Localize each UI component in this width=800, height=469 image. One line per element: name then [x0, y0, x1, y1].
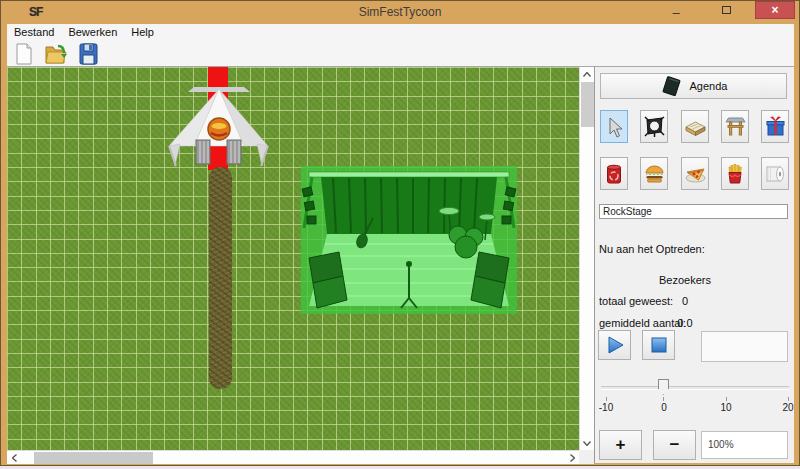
- entrance-gate-tool-button[interactable]: [721, 110, 749, 143]
- horizontal-scroll-thumb[interactable]: [34, 452, 153, 464]
- map-canvas[interactable]: [7, 66, 594, 463]
- scroll-left-button[interactable]: [7, 451, 21, 465]
- menu-toolbar-area: Bestand Bewerken Help: [7, 24, 794, 66]
- horizontal-scrollbar[interactable]: [7, 450, 579, 464]
- burger-tool-button[interactable]: [640, 157, 668, 190]
- festival-terrain-grid[interactable]: [7, 67, 579, 450]
- new-file-icon: [14, 43, 34, 65]
- scroll-down-button[interactable]: [580, 436, 594, 450]
- stage-tool-button[interactable]: [681, 110, 709, 143]
- fries-icon: [725, 163, 745, 185]
- slider-label-min: -10: [591, 402, 621, 413]
- new-file-button[interactable]: [11, 42, 37, 65]
- gift-icon: [764, 115, 787, 138]
- entrance-tent[interactable]: [166, 84, 271, 169]
- minimize-button[interactable]: –: [659, 1, 693, 19]
- slider-label-ten: 10: [711, 402, 741, 413]
- menu-help[interactable]: Help: [124, 24, 161, 41]
- app-window: SF SimFestTycoon – × Bestand Bewerken He…: [0, 0, 800, 466]
- entrance-gate-icon: [724, 115, 747, 138]
- toilet-tool-button[interactable]: [761, 157, 789, 190]
- vertical-scroll-thumb[interactable]: [581, 82, 594, 127]
- side-panel: Agenda: [594, 66, 794, 463]
- zoom-out-button[interactable]: −: [653, 430, 696, 460]
- average-visitors-value: 0.0: [640, 317, 730, 329]
- zoom-level-value: 100%: [701, 431, 788, 459]
- slider-label-twenty: 20: [773, 402, 800, 413]
- play-icon: [605, 335, 625, 355]
- agenda-book-icon: [660, 76, 682, 96]
- toilet-paper-icon: [764, 164, 786, 184]
- stage-platform-icon: [684, 117, 707, 137]
- speed-slider-track[interactable]: [601, 386, 789, 390]
- chevron-right-icon: [570, 454, 575, 462]
- visitors-header: Bezoekers: [640, 274, 730, 286]
- agenda-label: Agenda: [690, 80, 728, 92]
- trash-bin-icon: [604, 163, 624, 185]
- stop-button[interactable]: [642, 330, 675, 360]
- menu-bewerken[interactable]: Bewerken: [61, 24, 124, 41]
- total-visitors-value: 0: [640, 295, 730, 307]
- scroll-up-button[interactable]: [580, 67, 594, 81]
- chevron-left-icon: [12, 454, 17, 462]
- performance-info-box: [701, 331, 788, 362]
- maximize-icon: [722, 6, 731, 14]
- slider-tick: [606, 397, 607, 401]
- open-file-button[interactable]: [43, 42, 69, 65]
- close-button[interactable]: ×: [755, 1, 795, 19]
- select-tool-button[interactable]: [600, 110, 628, 143]
- trash-bin-tool-button[interactable]: [600, 157, 628, 190]
- vertical-scrollbar[interactable]: [579, 67, 594, 450]
- simfest-logo: [208, 118, 230, 140]
- spotlight-tool-button[interactable]: [640, 110, 668, 143]
- pizza-tool-button[interactable]: [681, 157, 709, 190]
- agenda-button[interactable]: Agenda: [600, 73, 787, 99]
- slider-tick: [663, 397, 664, 401]
- chevron-up-icon: [583, 72, 591, 77]
- spotlight-icon: [643, 115, 666, 138]
- save-icon: [78, 43, 99, 65]
- save-button[interactable]: [75, 42, 101, 65]
- fries-tool-button[interactable]: [721, 157, 749, 190]
- slider-tick: [788, 397, 789, 401]
- stage-placement-preview[interactable]: [301, 166, 517, 314]
- stage-name-input[interactable]: [599, 204, 788, 219]
- pizza-icon: [684, 163, 707, 184]
- scrollbar-corner: [579, 450, 594, 464]
- speed-slider-thumb[interactable]: [658, 379, 669, 395]
- now-performing-label: Nu aan het Optreden:: [599, 243, 705, 255]
- gift-tool-button[interactable]: [761, 110, 789, 143]
- title-bar[interactable]: SF SimFestTycoon – ×: [1, 1, 799, 24]
- open-file-icon: [44, 43, 68, 65]
- menu-bar: Bestand Bewerken Help: [7, 24, 794, 41]
- menu-bestand[interactable]: Bestand: [7, 24, 61, 41]
- scroll-right-button[interactable]: [565, 451, 579, 465]
- dirt-path[interactable]: [209, 167, 232, 389]
- toolbar: [7, 41, 794, 66]
- chevron-down-icon: [583, 441, 591, 446]
- burger-icon: [643, 163, 666, 184]
- cursor-icon: [604, 116, 624, 138]
- maximize-button[interactable]: [709, 1, 743, 19]
- zoom-in-button[interactable]: +: [599, 430, 642, 460]
- slider-tick: [726, 397, 727, 401]
- stop-icon: [651, 337, 667, 353]
- play-button[interactable]: [598, 330, 631, 360]
- slider-label-zero: 0: [649, 402, 679, 413]
